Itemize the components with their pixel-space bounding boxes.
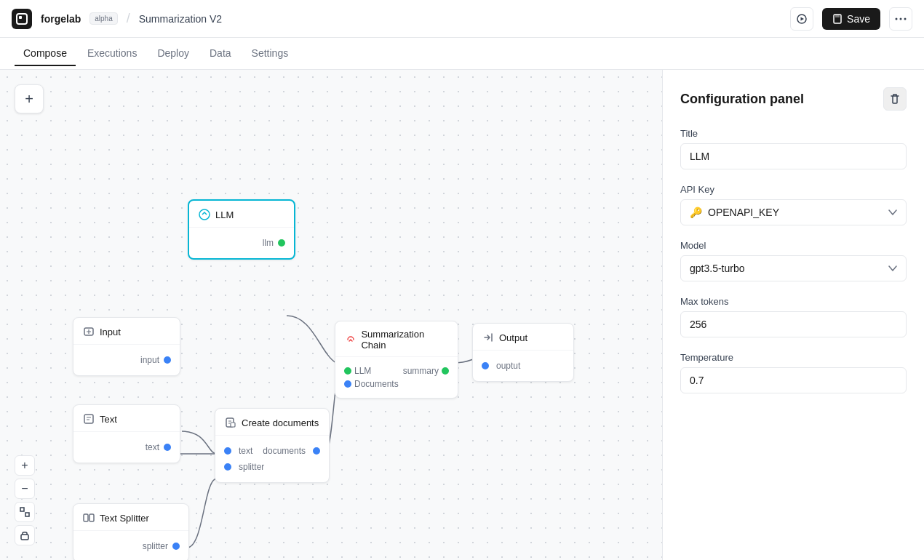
header: forgelab alpha / Summarization V2 Save [0,0,924,38]
temperature-field-group: Temperature [680,352,907,393]
svg-point-8 [904,17,907,20]
chevron-down-icon [888,209,897,215]
svg-marker-3 [801,17,805,20]
llm-output-port-row: llm [198,235,285,251]
api-key-value: OPENAPI_KEY [708,207,779,218]
max-tokens-field-group: Max tokens [680,296,907,337]
llm-port-label: llm [263,238,274,248]
node-summarization-chain[interactable]: Summarization Chain LLM summary Document… [335,321,458,399]
api-key-field-group: API Key 🔑 OPENAPI_KEY [680,184,907,225]
text-splitter-output-port-row: splitter [82,538,180,554]
create-docs-text-port-row: text documents [224,443,320,459]
text-node-title: Text [100,414,117,425]
panel-title: Configuration panel [680,92,804,107]
sumchain-docs-input-port[interactable] [344,380,351,388]
tab-settings[interactable]: Settings [243,41,298,66]
node-create-documents[interactable]: Create documents text documents splitter [215,408,330,483]
output-input-port[interactable] [482,362,489,369]
svg-rect-1 [19,16,22,19]
svg-rect-18 [21,535,28,540]
max-tokens-label: Max tokens [680,296,907,307]
max-tokens-input[interactable] [680,311,907,337]
create-docs-text-input-port[interactable] [224,447,231,455]
run-button[interactable] [790,7,813,31]
svg-point-7 [900,17,902,20]
input-port-label: input [140,355,159,365]
tab-executions[interactable]: Executions [79,41,146,66]
sumchain-docs-label: Documents [354,379,399,389]
text-port-label: text [146,442,159,452]
node-text[interactable]: Text text [73,404,180,463]
model-value: gpt3.5-turbo [690,263,745,274]
api-key-label: API Key [680,184,907,195]
header-divider: / [127,11,130,26]
tab-data[interactable]: Data [201,41,240,66]
svg-rect-12 [84,514,88,521]
svg-point-6 [896,17,898,20]
lock-button[interactable] [15,525,35,545]
app-name: forgelab [41,13,81,25]
add-node-button[interactable]: + [15,84,44,113]
output-node-title: Output [499,332,527,343]
input-node-title: Input [100,327,121,337]
tab-compose[interactable]: Compose [15,41,76,66]
node-output[interactable]: Output ouptut [472,323,574,382]
create-docs-splitter-label: splitter [239,462,264,472]
create-docs-documents-label: documents [263,446,306,456]
create-documents-node-title: Create documents [242,417,319,428]
model-field-group: Model gpt3.5-turbo [680,240,907,281]
create-docs-output-port[interactable] [313,447,320,455]
svg-rect-11 [84,415,93,423]
sumchain-summary-output-port[interactable] [442,367,449,375]
splitter-port-label: splitter [143,541,168,551]
title-field-group: Title [680,128,907,169]
summarization-chain-icon [344,333,357,346]
model-label: Model [680,240,907,251]
zoom-in-button[interactable]: + [15,455,35,476]
create-docs-splitter-port-row: splitter [224,459,320,475]
main-layout: + LLM llm [0,70,924,560]
more-options-button[interactable] [889,7,912,31]
alpha-badge: alpha [89,12,117,25]
text-splitter-icon [82,511,95,524]
model-chevron-down-icon [888,265,897,271]
svg-rect-15 [231,423,235,427]
summarization-chain-node-title: Summarization Chain [361,329,449,351]
svg-rect-0 [17,14,27,24]
sumchain-llm-input-port[interactable] [344,367,351,375]
svg-rect-13 [89,514,94,521]
fit-button[interactable] [15,502,35,522]
create-docs-splitter-input-port[interactable] [224,463,231,471]
temperature-label: Temperature [680,352,907,363]
logo [12,9,32,29]
create-docs-text-label: text [239,446,258,456]
connections-svg [0,70,662,560]
configuration-panel: Configuration panel Title API Key 🔑 OPEN… [662,70,924,560]
svg-rect-5 [835,15,840,17]
panel-header: Configuration panel [680,87,907,111]
api-key-select[interactable]: 🔑 OPENAPI_KEY [680,199,907,225]
temperature-input[interactable] [680,367,907,393]
title-input[interactable] [680,143,907,169]
title-label: Title [680,128,907,139]
llm-output-port[interactable] [278,239,285,247]
save-button[interactable]: Save [822,8,880,30]
text-splitter-node-title: Text Splitter [100,513,149,524]
output-port-label: ouptut [496,361,520,371]
tab-deploy[interactable]: Deploy [148,41,198,66]
text-output-port[interactable] [164,444,171,451]
nav: Compose Executions Deploy Data Settings [0,38,924,70]
zoom-out-button[interactable]: − [15,479,35,499]
node-llm[interactable]: LLM llm [188,199,295,260]
node-input[interactable]: Input input [73,317,180,376]
input-output-port-row: input [82,352,171,368]
svg-point-9 [199,209,210,220]
create-documents-icon [224,416,237,429]
svg-rect-16 [20,508,24,511]
delete-button[interactable] [883,87,907,111]
model-select[interactable]: gpt3.5-turbo [680,255,907,281]
node-text-splitter[interactable]: Text Splitter splitter [73,503,189,560]
input-output-port[interactable] [164,356,171,364]
text-splitter-output-port[interactable] [172,543,180,550]
canvas[interactable]: + LLM llm [0,70,662,560]
